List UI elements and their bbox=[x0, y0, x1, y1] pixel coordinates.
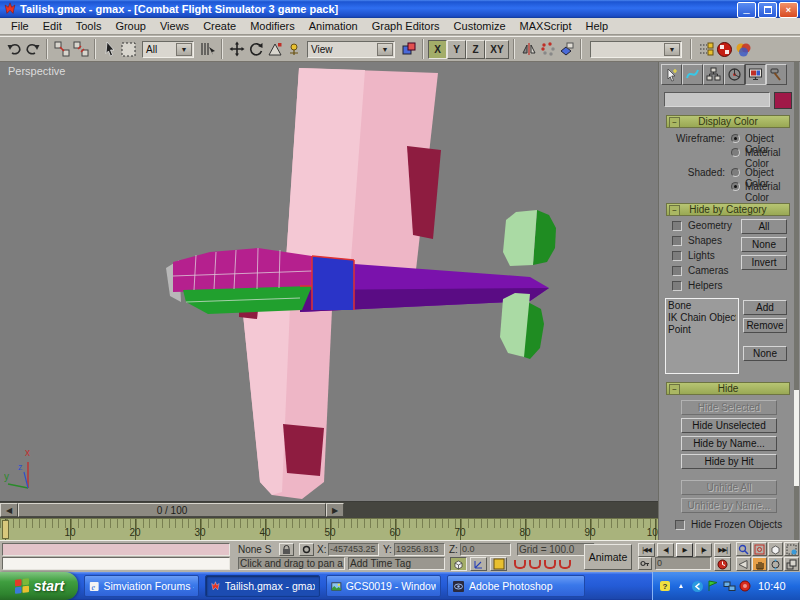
shapes-checkbox[interactable] bbox=[672, 236, 682, 246]
category-none-button[interactable]: None bbox=[741, 237, 787, 252]
category-listbox[interactable]: Bone IK Chain Object Point bbox=[665, 298, 739, 374]
taskbar-task-simviation[interactable]: e Simviation Forums - D... bbox=[84, 575, 199, 597]
collapse-icon[interactable]: − bbox=[669, 117, 680, 128]
menu-animation[interactable]: Animation bbox=[302, 19, 365, 33]
hierarchy-tab-icon[interactable] bbox=[703, 64, 724, 85]
display-tab-icon[interactable] bbox=[745, 64, 766, 85]
rectangular-selection-region-icon[interactable] bbox=[119, 40, 138, 59]
menu-graph-editors[interactable]: Graph Editors bbox=[365, 19, 447, 33]
menu-create[interactable]: Create bbox=[196, 19, 243, 33]
wireframe-material-color-radio[interactable] bbox=[731, 148, 740, 157]
menu-customize[interactable]: Customize bbox=[447, 19, 513, 33]
time-back-arrow[interactable]: ◀ bbox=[0, 503, 18, 517]
object-name-field[interactable] bbox=[664, 92, 770, 107]
arc-rotate-icon[interactable] bbox=[768, 557, 783, 571]
menu-help[interactable]: Help bbox=[579, 19, 616, 33]
y-coordinate-field[interactable]: 19256.813 bbox=[394, 543, 445, 556]
track-view-icon[interactable] bbox=[696, 40, 715, 59]
maxscript-listener-box[interactable] bbox=[2, 557, 230, 570]
absolute-mode-icon[interactable] bbox=[299, 543, 314, 556]
angle-snap-icon[interactable] bbox=[470, 557, 487, 571]
time-forward-arrow[interactable]: ▶ bbox=[326, 503, 344, 517]
start-button[interactable]: start bbox=[0, 572, 78, 600]
close-button[interactable]: × bbox=[779, 2, 798, 18]
axis-constraint-x-button[interactable]: X bbox=[428, 40, 447, 59]
axis-constraint-xy-button[interactable]: XY bbox=[485, 40, 509, 59]
category-add-button[interactable]: Add bbox=[743, 300, 787, 315]
wing-bottom-aileron[interactable] bbox=[283, 424, 324, 476]
next-frame-icon[interactable]: |▶ bbox=[695, 543, 712, 557]
use-pivot-point-icon[interactable] bbox=[399, 40, 418, 59]
hide-frozen-objects-checkbox[interactable] bbox=[675, 520, 685, 530]
zoom-icon[interactable] bbox=[736, 542, 751, 556]
panel-scrollbar[interactable] bbox=[794, 62, 799, 540]
field-of-view-icon[interactable] bbox=[736, 557, 751, 571]
menu-group[interactable]: Group bbox=[108, 19, 153, 33]
collapse-icon[interactable]: − bbox=[669, 205, 680, 216]
motion-tab-icon[interactable] bbox=[724, 64, 745, 85]
lights-checkbox[interactable] bbox=[672, 251, 682, 261]
select-link-icon[interactable] bbox=[52, 40, 71, 59]
select-and-scale-icon[interactable] bbox=[265, 40, 284, 59]
airplane-model[interactable] bbox=[0, 62, 658, 502]
array-icon[interactable] bbox=[538, 40, 557, 59]
select-and-move-icon[interactable] bbox=[227, 40, 246, 59]
current-frame-field[interactable]: 0 bbox=[655, 557, 711, 570]
play-icon[interactable]: ▶ bbox=[676, 543, 693, 557]
security-tray-icon[interactable] bbox=[738, 579, 752, 593]
spinner-magnet-icon[interactable] bbox=[559, 560, 571, 569]
select-and-manipulate-icon[interactable] bbox=[284, 40, 303, 59]
category-all-button[interactable]: All bbox=[741, 219, 787, 234]
hide-by-name-button[interactable]: Hide by Name... bbox=[681, 436, 777, 451]
current-frame-marker[interactable] bbox=[2, 520, 9, 539]
render-icon[interactable] bbox=[734, 40, 753, 59]
display-color-rollout[interactable]: − Display Color bbox=[666, 115, 790, 128]
percent-snap-icon[interactable] bbox=[490, 557, 507, 571]
menu-edit[interactable]: Edit bbox=[36, 19, 69, 33]
min-max-toggle-icon[interactable] bbox=[784, 557, 799, 571]
taskbar-task-photoshop[interactable]: Adobe Photoshop bbox=[447, 575, 585, 597]
material-editor-icon[interactable] bbox=[715, 40, 734, 59]
time-slider-thumb[interactable]: 0 / 100 bbox=[18, 503, 326, 517]
snap-magnet-icon[interactable] bbox=[514, 560, 526, 569]
selection-lock-icon[interactable] bbox=[279, 543, 294, 556]
set-key-icon[interactable] bbox=[638, 557, 652, 570]
selection-filter-dropdown[interactable]: All ▼ bbox=[142, 41, 194, 58]
add-time-tag[interactable]: Add Time Tag bbox=[348, 557, 445, 570]
align-icon[interactable] bbox=[557, 40, 576, 59]
chevron-down-icon[interactable]: ▼ bbox=[176, 43, 192, 56]
select-and-rotate-icon[interactable] bbox=[246, 40, 265, 59]
hide-rollout[interactable]: − Hide bbox=[666, 382, 790, 395]
track-bar[interactable]: 10 20 30 40 50 60 70 80 90 100 bbox=[0, 518, 658, 540]
pan-icon[interactable] bbox=[752, 557, 767, 571]
canopy[interactable] bbox=[173, 248, 312, 292]
hide-by-hit-button[interactable]: Hide by Hit bbox=[681, 454, 777, 469]
list-item[interactable]: Bone bbox=[668, 300, 736, 312]
chevron-down-icon[interactable]: ▼ bbox=[377, 43, 393, 56]
stabilizer-upper-dark[interactable] bbox=[533, 210, 556, 265]
z-coordinate-field[interactable]: 0.0 bbox=[460, 543, 511, 556]
macro-recorder-box[interactable] bbox=[2, 543, 230, 556]
taskbar-task-gmax[interactable]: Tailish.gmax - gmax -... bbox=[205, 575, 320, 597]
antivirus-flag-tray-icon[interactable] bbox=[706, 579, 720, 593]
x-coordinate-field[interactable]: -457453.25 bbox=[328, 543, 379, 556]
menu-maxscript[interactable]: MAXScript bbox=[513, 19, 579, 33]
select-by-name-icon[interactable] bbox=[198, 40, 217, 59]
zoom-extents-icon[interactable] bbox=[768, 542, 783, 556]
menu-tools[interactable]: Tools bbox=[69, 19, 109, 33]
menu-file[interactable]: File bbox=[4, 19, 36, 33]
zoom-region-icon[interactable] bbox=[784, 542, 799, 556]
help-tray-icon[interactable]: ? bbox=[658, 579, 672, 593]
time-configuration-icon[interactable] bbox=[714, 557, 731, 571]
wing-bottom-highlight[interactable] bbox=[242, 304, 290, 495]
axis-constraint-y-button[interactable]: Y bbox=[447, 40, 466, 59]
wireframe-object-color-radio[interactable] bbox=[731, 134, 740, 143]
geometry-checkbox[interactable] bbox=[672, 221, 682, 231]
list-item[interactable]: Point bbox=[668, 324, 736, 336]
go-to-end-icon[interactable]: ▶▶| bbox=[714, 543, 731, 557]
category-invert-button[interactable]: Invert bbox=[741, 255, 787, 270]
menu-views[interactable]: Views bbox=[153, 19, 196, 33]
shaded-material-color-radio[interactable] bbox=[731, 182, 740, 191]
hide-by-category-rollout[interactable]: − Hide by Category bbox=[666, 203, 790, 216]
cameras-checkbox[interactable] bbox=[672, 266, 682, 276]
